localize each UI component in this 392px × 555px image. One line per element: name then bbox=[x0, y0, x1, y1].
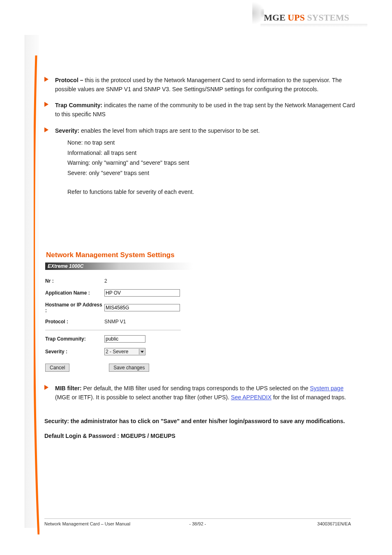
severity-level-item: Severe: only "severe" traps sent bbox=[67, 168, 355, 178]
panel-title: Network Management System Settings bbox=[46, 251, 355, 259]
row-protocol: Protocol : SNMP V1 bbox=[45, 319, 193, 325]
label-trap-community: Trap Community: bbox=[45, 336, 104, 342]
bullet-prefix: MIB filter: bbox=[55, 385, 83, 391]
brand-ups: UPS bbox=[288, 12, 305, 23]
brand-bar bbox=[261, 9, 264, 17]
input-trap-community[interactable] bbox=[104, 335, 145, 343]
input-host[interactable] bbox=[104, 304, 180, 311]
play-bullet-icon bbox=[44, 385, 50, 391]
brand-systems: SYSTEMS bbox=[307, 12, 349, 23]
bullet-prefix: Protocol – bbox=[55, 77, 85, 83]
row-nr: Nr : 2 bbox=[45, 278, 193, 284]
link-see-appendix[interactable]: See APPENDIX bbox=[231, 394, 272, 401]
play-bullet-icon bbox=[44, 77, 50, 83]
severity-level-item: Informational: all traps sent bbox=[67, 148, 355, 158]
cancel-button[interactable]: Cancel bbox=[45, 364, 69, 372]
bullet-prefix: Severity: bbox=[55, 127, 81, 134]
label-protocol: Protocol : bbox=[45, 319, 104, 325]
play-bullet-icon bbox=[44, 127, 50, 133]
label-severity: Severity : bbox=[45, 349, 104, 355]
defaults-text: Default Login & Password : MGEUPS / MGEU… bbox=[44, 433, 175, 439]
input-app-name[interactable] bbox=[104, 289, 180, 297]
severity-level-list: None: no trap sent Informational: all tr… bbox=[67, 138, 355, 178]
value-nr: 2 bbox=[104, 278, 107, 284]
bullet-text: Trap Community: indicates the name of th… bbox=[55, 101, 355, 119]
save-button[interactable]: Save changes bbox=[109, 364, 149, 372]
severity-level-item: Warning: only "warning" and "severe" tra… bbox=[67, 158, 355, 168]
security-text: Security: the administrator has to click… bbox=[44, 418, 345, 424]
page-left-shadow bbox=[25, 35, 39, 528]
device-title-strip: EXtreme 1000C bbox=[45, 263, 193, 270]
link-system-page[interactable]: System page bbox=[310, 385, 344, 391]
value-protocol: SNMP V1 bbox=[104, 319, 126, 325]
bullet-text: MIB filter: Per default, the MIB filter … bbox=[55, 384, 355, 402]
mib-text-3: for the list of managed traps. bbox=[272, 394, 346, 401]
chevron-down-icon bbox=[139, 349, 145, 355]
brand-mge: MGE bbox=[264, 12, 286, 23]
security-note: Security: the administrator has to click… bbox=[44, 417, 355, 426]
row-host: Hostname or IP Address : bbox=[45, 302, 193, 313]
page-content: Protocol – this is the protocol used by … bbox=[44, 76, 355, 440]
play-bullet-icon bbox=[44, 102, 50, 108]
label-nr: Nr : bbox=[45, 278, 104, 284]
nms-form: Nr : 2 Application Name : Hostname or IP… bbox=[45, 270, 193, 372]
page-footer: Network Management Card – User Manual - … bbox=[44, 518, 351, 526]
severity-level-item: None: no trap sent bbox=[67, 138, 355, 148]
severity-note: Refer to functions table for severity of… bbox=[67, 189, 355, 195]
select-severity-value: 2 - Severe bbox=[106, 349, 128, 355]
bullet-text: Severity: enables the level from which t… bbox=[55, 127, 355, 136]
mib-text-1: Per default, the MIB filter used for sen… bbox=[83, 385, 310, 391]
row-trap-community: Trap Community: bbox=[45, 335, 193, 343]
brand-header: MGE UPS SYSTEMS bbox=[261, 9, 367, 29]
bullet-body: enables the level from which traps are s… bbox=[81, 127, 260, 134]
bullet-severity: Severity: enables the level from which t… bbox=[44, 127, 355, 136]
footer-doc-title: Network Management Card – User Manual bbox=[44, 521, 130, 526]
bullet-prefix: Trap Community: bbox=[55, 102, 104, 108]
mib-text-2: (MGE or IETF). It is possible to select … bbox=[55, 394, 231, 401]
form-button-row: Cancel Save changes bbox=[45, 364, 193, 372]
row-severity: Severity : 2 - Severe bbox=[45, 348, 193, 355]
select-severity[interactable]: 2 - Severe bbox=[104, 348, 145, 355]
form-divider bbox=[45, 330, 181, 330]
footer-reference: 34003671EN/EA bbox=[317, 521, 351, 526]
footer-page-number: - 38/92 - bbox=[189, 521, 206, 526]
label-app-name: Application Name : bbox=[45, 290, 104, 296]
defaults-note: Default Login & Password : MGEUPS / MGEU… bbox=[44, 432, 355, 441]
brand-undershadow bbox=[261, 24, 367, 27]
bullet-mib-filter: MIB filter: Per default, the MIB filter … bbox=[44, 384, 355, 402]
bullet-text: Protocol – this is the protocol used by … bbox=[55, 76, 355, 94]
brand-logo: MGE UPS SYSTEMS bbox=[264, 12, 349, 23]
bullet-protocol: Protocol – this is the protocol used by … bbox=[44, 76, 355, 94]
label-host: Hostname or IP Address : bbox=[45, 302, 104, 313]
row-app-name: Application Name : bbox=[45, 289, 193, 297]
bullet-trap-community: Trap Community: indicates the name of th… bbox=[44, 101, 355, 119]
bullet-body: this is the protocol used by the Network… bbox=[55, 77, 342, 92]
